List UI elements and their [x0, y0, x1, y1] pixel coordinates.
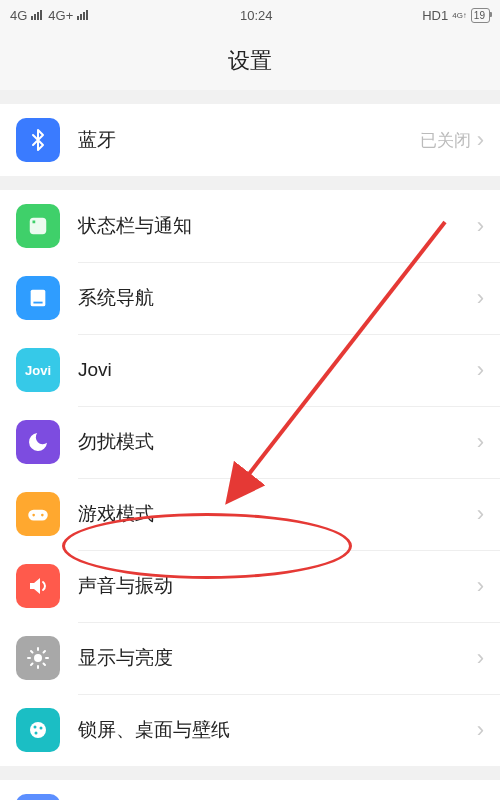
battery-percent: 19	[474, 10, 485, 21]
svg-point-6	[41, 514, 44, 517]
signal-icon-2	[77, 10, 88, 20]
chevron-right-icon: ›	[477, 573, 484, 599]
svg-rect-2	[31, 290, 46, 307]
chevron-right-icon: ›	[477, 717, 484, 743]
svg-rect-4	[28, 510, 48, 521]
annotation-arrow	[215, 212, 465, 532]
svg-line-13	[44, 664, 46, 666]
chevron-right-icon: ›	[477, 127, 484, 153]
page-title: 设置	[0, 30, 500, 90]
status-bar: 4G 4G+ 10:24 HD1 4G↑ 19	[0, 0, 500, 30]
status-right: HD1 4G↑ 19	[422, 8, 490, 23]
settings-group-1: 蓝牙 已关闭 ›	[0, 104, 500, 176]
battery-icon: 19	[471, 8, 490, 23]
dnd-icon	[16, 420, 60, 464]
sound-icon	[16, 564, 60, 608]
status-time: 10:24	[240, 8, 273, 23]
settings-group-3: 系统升级 ›	[0, 780, 500, 800]
upgrade-icon	[16, 794, 60, 800]
svg-point-16	[30, 722, 46, 738]
svg-line-15	[44, 651, 46, 653]
item-label: 锁屏、桌面与壁纸	[78, 717, 477, 743]
net-indicator: 4G↑	[452, 11, 467, 20]
bluetooth-icon	[16, 118, 60, 162]
status-notif-icon	[16, 204, 60, 248]
display-icon	[16, 636, 60, 680]
svg-line-14	[31, 664, 33, 666]
chevron-right-icon: ›	[477, 357, 484, 383]
settings-item-sound[interactable]: 声音与振动 ›	[0, 550, 500, 622]
settings-item-wallpaper[interactable]: 锁屏、桌面与壁纸 ›	[0, 694, 500, 766]
chevron-right-icon: ›	[477, 213, 484, 239]
chevron-right-icon: ›	[477, 501, 484, 527]
svg-line-12	[31, 651, 33, 653]
item-label: 显示与亮度	[78, 645, 477, 671]
signal-icon-1	[31, 10, 42, 20]
item-label: 蓝牙	[78, 127, 420, 153]
wallpaper-icon	[16, 708, 60, 752]
svg-point-17	[34, 726, 37, 729]
svg-point-7	[34, 654, 42, 662]
chevron-right-icon: ›	[477, 285, 484, 311]
svg-rect-0	[30, 218, 47, 235]
item-label: 声音与振动	[78, 573, 477, 599]
hd-label: HD1	[422, 8, 448, 23]
settings-item-upgrade[interactable]: 系统升级 ›	[0, 780, 500, 800]
svg-rect-3	[33, 302, 42, 304]
svg-point-19	[35, 732, 38, 735]
chevron-right-icon: ›	[477, 429, 484, 455]
svg-point-18	[40, 727, 43, 730]
settings-item-bluetooth[interactable]: 蓝牙 已关闭 ›	[0, 104, 500, 176]
settings-item-display[interactable]: 显示与亮度 ›	[0, 622, 500, 694]
svg-point-5	[32, 514, 35, 517]
svg-rect-1	[33, 221, 36, 224]
chevron-right-icon: ›	[477, 645, 484, 671]
sys-nav-icon	[16, 276, 60, 320]
status-left: 4G 4G+	[10, 8, 90, 23]
svg-line-20	[235, 222, 445, 492]
game-icon	[16, 492, 60, 536]
network-1-label: 4G	[10, 8, 27, 23]
network-2-label: 4G+	[48, 8, 73, 23]
jovi-icon: Jovi	[16, 348, 60, 392]
item-value: 已关闭	[420, 129, 471, 152]
